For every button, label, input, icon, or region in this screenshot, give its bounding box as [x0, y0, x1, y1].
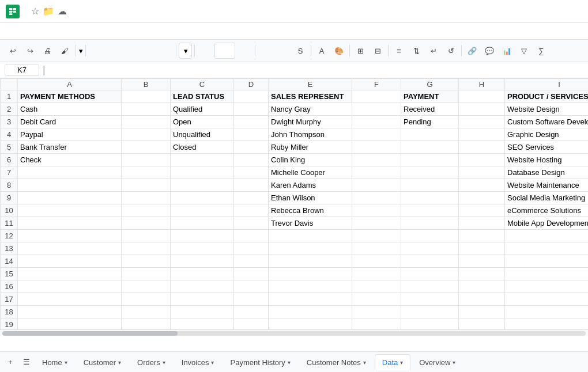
- font-size-plus[interactable]: [236, 43, 252, 59]
- cell-17-b[interactable]: [122, 293, 171, 306]
- cell-8-h[interactable]: [459, 179, 505, 192]
- cell-1-a[interactable]: PAYMENT METHODS: [18, 90, 122, 103]
- fill-color-button[interactable]: 🎨: [331, 43, 347, 59]
- cell-5-a[interactable]: Bank Transfer: [18, 141, 122, 154]
- col-header-e[interactable]: E: [269, 79, 352, 90]
- decimal-more-button[interactable]: [140, 43, 156, 59]
- cell-5-d[interactable]: [234, 141, 269, 154]
- cell-15-d[interactable]: [234, 268, 269, 280]
- table-row[interactable]: 13: [1, 242, 589, 255]
- cell-12-h[interactable]: [459, 230, 505, 242]
- tab-chevron-data[interactable]: ▾: [400, 359, 403, 366]
- cell-3-b[interactable]: [122, 116, 171, 128]
- scroll-track[interactable]: [2, 331, 586, 336]
- cell-19-h[interactable]: [459, 318, 505, 330]
- valign-button[interactable]: ⇅: [408, 43, 424, 59]
- cell-15-g[interactable]: [401, 268, 459, 280]
- menu-bicim[interactable]: [47, 30, 56, 32]
- table-row[interactable]: 5Bank TransferClosedRuby MillerSEO Servi…: [1, 141, 589, 154]
- tab-chevron-overview[interactable]: ▾: [453, 359, 455, 366]
- cell-13-a[interactable]: [18, 242, 122, 255]
- col-header-i[interactable]: I: [505, 79, 589, 90]
- table-row[interactable]: 10Rebecca BrowneCommerce Solutions: [1, 204, 589, 217]
- font-dropdown[interactable]: ▾: [179, 43, 192, 59]
- zoom-control[interactable]: ▾: [78, 47, 83, 55]
- cell-3-h[interactable]: [459, 116, 505, 128]
- merge-button[interactable]: ⊟: [370, 43, 386, 59]
- cell-14-i[interactable]: [505, 255, 589, 268]
- table-row[interactable]: 8Karen AdamsWebsite Maintenance: [1, 179, 589, 192]
- menu-yardim[interactable]: [89, 30, 98, 32]
- cell-15-a[interactable]: [18, 268, 122, 280]
- cell-1-e[interactable]: SALES REPRESENT: [269, 90, 352, 103]
- cell-18-c[interactable]: [171, 306, 234, 318]
- cell-17-e[interactable]: [269, 293, 352, 306]
- cell-8-f[interactable]: [352, 179, 401, 192]
- cell-2-d[interactable]: [234, 103, 269, 116]
- cell-12-a[interactable]: [18, 230, 122, 242]
- print-button[interactable]: 🖨: [39, 43, 55, 59]
- menu-gorunum[interactable]: [27, 30, 36, 32]
- cell-7-a[interactable]: [18, 166, 122, 179]
- cell-19-c[interactable]: [171, 318, 234, 330]
- font-size-minus[interactable]: [197, 43, 213, 59]
- cell-17-c[interactable]: [171, 293, 234, 306]
- cell-12-i[interactable]: [505, 230, 589, 242]
- tab-payment-history[interactable]: Payment History▾: [223, 354, 297, 370]
- cell-16-i[interactable]: [505, 280, 589, 293]
- format-123-button[interactable]: [157, 43, 174, 59]
- sheet-container[interactable]: A B C D E F G H I J 1PAYMENT METHODSLEAD…: [0, 78, 588, 329]
- cell-5-h[interactable]: [459, 141, 505, 154]
- cell-6-f[interactable]: [352, 154, 401, 166]
- cell-6-d[interactable]: [234, 154, 269, 166]
- currency-button[interactable]: [88, 43, 104, 59]
- cell-14-b[interactable]: [122, 255, 171, 268]
- table-row[interactable]: 4PaypalUnqualifiedJohn ThompsonGraphic D…: [1, 128, 589, 141]
- cell-16-d[interactable]: [234, 280, 269, 293]
- cell-16-f[interactable]: [352, 280, 401, 293]
- horizontal-scrollbar[interactable]: [0, 329, 588, 336]
- bold-button[interactable]: [258, 43, 274, 59]
- cell-7-e[interactable]: Michelle Cooper: [269, 166, 352, 179]
- cell-1-b[interactable]: [122, 90, 171, 103]
- cell-4-f[interactable]: [352, 128, 401, 141]
- cell-16-g[interactable]: [401, 280, 459, 293]
- cell-17-h[interactable]: [459, 293, 505, 306]
- cell-8-c[interactable]: [171, 179, 234, 192]
- chart-button[interactable]: 📊: [499, 43, 515, 59]
- tab-chevron-home[interactable]: ▾: [65, 359, 67, 366]
- table-row[interactable]: 9Ethan WilsonSocial Media Marketing: [1, 192, 589, 204]
- cell-7-h[interactable]: [459, 166, 505, 179]
- cell-3-i[interactable]: Custom Software Development: [505, 116, 589, 128]
- tab-chevron-customer[interactable]: ▾: [118, 359, 121, 366]
- cell-15-h[interactable]: [459, 268, 505, 280]
- cell-9-b[interactable]: [122, 192, 171, 204]
- link-button[interactable]: 🔗: [464, 43, 480, 59]
- cell-9-i[interactable]: Social Media Marketing: [505, 192, 589, 204]
- cell-8-i[interactable]: Website Maintenance: [505, 179, 589, 192]
- cell-4-a[interactable]: Paypal: [18, 128, 122, 141]
- cell-9-f[interactable]: [352, 192, 401, 204]
- cell-2-g[interactable]: Received: [401, 103, 459, 116]
- cell-11-e[interactable]: Trevor Davis: [269, 217, 352, 230]
- cell-15-b[interactable]: [122, 268, 171, 280]
- cell-12-f[interactable]: [352, 230, 401, 242]
- cell-2-f[interactable]: [352, 103, 401, 116]
- cell-6-c[interactable]: [171, 154, 234, 166]
- cell-1-i[interactable]: PRODUCT / SERVICES: [505, 90, 589, 103]
- cell-9-d[interactable]: [234, 192, 269, 204]
- table-row[interactable]: 16: [1, 280, 589, 293]
- cell-9-g[interactable]: [401, 192, 459, 204]
- tab-chevron-invoices[interactable]: ▾: [211, 359, 214, 366]
- borders-button[interactable]: ⊞: [352, 43, 368, 59]
- cell-5-b[interactable]: [122, 141, 171, 154]
- tab-chevron-customer-notes[interactable]: ▾: [363, 359, 366, 366]
- cell-14-h[interactable]: [459, 255, 505, 268]
- cell-10-b[interactable]: [122, 204, 171, 217]
- cell-9-a[interactable]: [18, 192, 122, 204]
- cell-4-c[interactable]: Unqualified: [171, 128, 234, 141]
- cell-14-f[interactable]: [352, 255, 401, 268]
- cell-13-i[interactable]: [505, 242, 589, 255]
- cell-7-f[interactable]: [352, 166, 401, 179]
- cell-18-a[interactable]: [18, 306, 122, 318]
